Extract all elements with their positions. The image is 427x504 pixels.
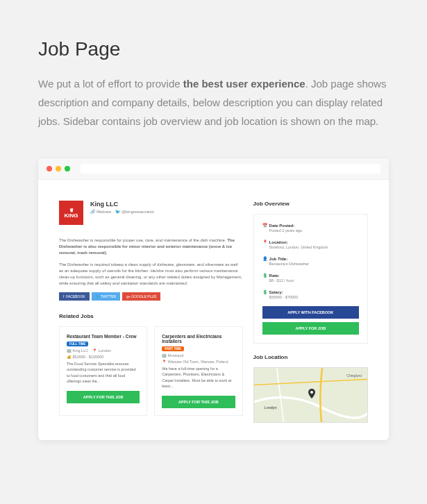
website-link[interactable]: 🔗 Website bbox=[90, 209, 111, 214]
company-name: King LLC bbox=[90, 201, 154, 208]
crown-icon: ♛ bbox=[69, 208, 74, 212]
location-title: Job Location bbox=[253, 354, 368, 360]
overview-card: 📅Date Posted: Posted 2 years ago 📍Locati… bbox=[253, 214, 368, 344]
intro-text: We put a lot of effort to provide the be… bbox=[38, 74, 389, 131]
close-icon[interactable] bbox=[47, 166, 52, 171]
map[interactable]: Mapa Satelita Chingford Londyn bbox=[253, 367, 368, 423]
pin-icon: 📍 bbox=[92, 348, 97, 353]
user-icon: 👤 bbox=[262, 256, 267, 261]
apply-job-button[interactable]: APPLY FOR JOB bbox=[262, 322, 359, 335]
url-bar[interactable] bbox=[81, 164, 380, 174]
job-card-title[interactable]: Carpenters and Electricians Installers P… bbox=[162, 334, 235, 351]
pin-icon: 📍 bbox=[162, 360, 167, 364]
twitter-link[interactable]: 🐦 @kingrestaurants bbox=[115, 209, 154, 214]
company-header: ♛ KING King LLC 🔗 Website 🐦 @kingrestaur… bbox=[59, 201, 243, 225]
page-title: Job Page bbox=[38, 38, 389, 60]
building-icon: 🏢 bbox=[67, 348, 72, 353]
location-icon: 📍 bbox=[262, 240, 267, 244]
svg-point-1 bbox=[310, 391, 313, 394]
twitter-share-button[interactable]: 🐦 TWITTER bbox=[92, 292, 121, 301]
company-logo: ♛ KING bbox=[59, 201, 83, 225]
main-column: ♛ KING King LLC 🔗 Website 🐦 @kingrestaur… bbox=[59, 201, 243, 423]
overview-item: 💲Salary: $55000 - $70000 bbox=[262, 289, 359, 299]
overview-item: 👤Job Title: Restaurant Dishwasher bbox=[262, 256, 359, 266]
overview-title: Job Overview bbox=[253, 201, 368, 207]
building-icon: 🏢 bbox=[162, 353, 167, 358]
job-card-meta: 🏢 Murazpol bbox=[162, 353, 235, 358]
related-jobs: Restaurant Team Member - Crew FULL TIME … bbox=[59, 326, 243, 416]
company-meta: 🔗 Website 🐦 @kingrestaurants bbox=[90, 209, 154, 214]
job-card-desc: The Food Service Specialist ensures outs… bbox=[67, 361, 140, 384]
facebook-share-button[interactable]: f FACEBOOK bbox=[59, 292, 90, 301]
overview-item: 📍Location: Stratford, London, United Kin… bbox=[262, 240, 359, 249]
job-type-tag: FULL TIME bbox=[67, 342, 88, 346]
job-card: Carpenters and Electricians Installers P… bbox=[154, 326, 242, 416]
job-type-tag: PART TIME bbox=[162, 346, 184, 351]
job-card: Restaurant Team Member - Crew FULL TIME … bbox=[59, 326, 147, 416]
job-card-title[interactable]: Restaurant Team Member - Crew FULL TIME bbox=[67, 334, 140, 346]
job-card-location: 📍 Warsaw Old Town, Warsaw, Poland bbox=[162, 360, 235, 364]
maximize-icon[interactable] bbox=[65, 166, 70, 171]
job-description-1: The Dishwasher is responsible for proper… bbox=[59, 237, 243, 256]
related-jobs-title: Related Jobs bbox=[59, 313, 243, 319]
map-city-label: Londyn bbox=[265, 405, 277, 410]
job-card-meta: 🏢 King LLC 📍 London bbox=[67, 348, 140, 353]
money-icon: 💲 bbox=[262, 289, 267, 294]
minimize-icon[interactable] bbox=[56, 166, 61, 171]
sidebar: Job Overview 📅Date Posted: Posted 2 year… bbox=[253, 201, 368, 423]
browser-chrome bbox=[38, 158, 389, 180]
calendar-icon: 📅 bbox=[262, 223, 267, 228]
google-plus-share-button[interactable]: g+ GOOGLE PLUS bbox=[122, 292, 160, 301]
money-icon: 💰 bbox=[67, 355, 72, 359]
job-description-2: The Dishwasher is required tokeep a clea… bbox=[59, 262, 243, 287]
apply-button[interactable]: APPLY FOR THIS JOB bbox=[162, 396, 235, 408]
map-city-label: Chingford bbox=[346, 373, 362, 378]
overview-item: 📅Date Posted: Posted 2 years ago bbox=[262, 223, 359, 233]
overview-item: 💲Rate: $8 - $12 / hour bbox=[262, 273, 359, 283]
browser-mockup: ♛ KING King LLC 🔗 Website 🐦 @kingrestaur… bbox=[38, 158, 389, 440]
money-icon: 💲 bbox=[262, 273, 267, 278]
apply-button[interactable]: APPLY FOR THIS JOB bbox=[67, 391, 140, 403]
map-pin-icon bbox=[308, 389, 315, 396]
job-card-desc: We have a full-time opening for a Carpen… bbox=[162, 366, 235, 389]
job-card-salary: 💰 $52000 - $100000 bbox=[67, 355, 140, 359]
apply-facebook-button[interactable]: APPLY WITH FACEBOOK bbox=[262, 306, 359, 319]
social-buttons: f FACEBOOK 🐦 TWITTER g+ GOOGLE PLUS bbox=[59, 292, 243, 301]
